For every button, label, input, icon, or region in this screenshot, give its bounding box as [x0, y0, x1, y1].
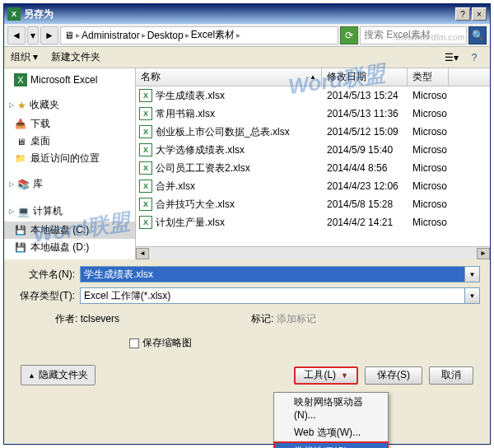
search-input[interactable]: 搜索 Excel素材 — [360, 26, 467, 44]
breadcrumb[interactable]: 🖥▸ Administrator▸ Desktop▸ Excel素材▸ — [60, 26, 338, 44]
search-go-button[interactable]: 🔍 — [468, 26, 487, 44]
save-as-dialog: X 另存为 ? × ◄ ▾ ► 🖥▸ Administrator▸ Deskto… — [3, 3, 491, 445]
view-button[interactable]: ☰▾ — [442, 49, 460, 66]
sidebar-computer[interactable]: ▷💻计算机 — [4, 201, 135, 222]
file-row[interactable]: X公司员工工资表2.xlsx2014/4/4 8:56Microso — [136, 159, 490, 177]
thumbnail-checkbox[interactable]: 保存缩略图 — [14, 336, 480, 350]
excel-file-icon: X — [139, 161, 152, 175]
file-row[interactable]: X学生成绩表.xlsx2014/5/13 15:24Microso — [136, 86, 490, 105]
file-row[interactable]: X合并.xlsx2014/4/23 12:06Microso — [136, 177, 490, 195]
breadcrumb-item[interactable]: Desktop — [147, 30, 184, 41]
cancel-button[interactable]: 取消 — [429, 366, 473, 385]
excel-file-icon: X — [139, 198, 152, 211]
file-row[interactable]: X常用书籍.xlsx2014/5/13 11:36Microso — [136, 105, 490, 123]
author-field: 作者: tclsevers — [55, 312, 119, 326]
hide-folders-button[interactable]: ▲隐藏文件夹 — [21, 365, 96, 385]
help-button[interactable]: ? — [455, 7, 470, 21]
file-list-area: 名称▲ 修改日期 类型 X学生成绩表.xlsx2014/5/13 15:24Mi… — [136, 68, 490, 259]
breadcrumb-item[interactable]: Administrator — [82, 30, 140, 41]
forward-button[interactable]: ► — [40, 26, 58, 44]
sidebar-favorites[interactable]: ▷★收藏夹 — [4, 95, 135, 115]
menu-map-drive[interactable]: 映射网络驱动器(N)... — [274, 393, 388, 423]
menu-general-options[interactable]: 常规选项(G)... — [274, 442, 388, 448]
refresh-button[interactable]: ⟳ — [340, 26, 358, 44]
h-scrollbar[interactable]: ◄► — [136, 246, 490, 259]
back-history-button[interactable]: ▾ — [27, 26, 39, 44]
computer-icon: 🖥 — [64, 30, 74, 41]
filetype-label: 保存类型(T): — [14, 289, 80, 303]
col-name[interactable]: 名称▲ — [136, 68, 322, 86]
organize-button[interactable]: 组织 ▾ — [11, 50, 38, 64]
sidebar-item-desktop[interactable]: 🖥桌面 — [4, 133, 135, 150]
tag-field[interactable]: 标记: 添加标记 — [251, 312, 316, 326]
sidebar: XMicrosoft Excel ▷★收藏夹 📥下载 🖥桌面 📁最近访问的位置 … — [4, 68, 136, 259]
sidebar-item-drive-c[interactable]: 💾本地磁盘 (C:) — [4, 222, 135, 239]
file-list[interactable]: X学生成绩表.xlsx2014/5/13 15:24MicrosoX常用书籍.x… — [136, 86, 490, 246]
col-date[interactable]: 修改日期 — [322, 68, 408, 86]
file-row[interactable]: X合并技巧大全.xlsx2014/5/8 15:28Microso — [136, 195, 490, 213]
tools-button[interactable]: 工具(L)▼ — [294, 366, 358, 385]
excel-app-icon: X — [7, 7, 21, 21]
excel-file-icon: X — [139, 107, 152, 120]
save-button[interactable]: 保存(S) — [365, 366, 422, 385]
excel-file-icon: X — [139, 216, 152, 229]
menu-web-options[interactable]: Web 选项(W)... — [274, 423, 388, 442]
bottom-panel: 文件名(N): 学生成绩表.xlsx ▼ 保存类型(T): Excel 工作簿(… — [4, 259, 490, 392]
close-button[interactable]: × — [472, 7, 487, 21]
new-folder-button[interactable]: 新建文件夹 — [51, 50, 100, 64]
filename-input[interactable]: 学生成绩表.xlsx — [80, 266, 465, 282]
sidebar-libraries[interactable]: ▷📚库 — [4, 174, 135, 194]
checkbox-icon — [129, 338, 139, 348]
back-button[interactable]: ◄ — [7, 26, 26, 44]
sidebar-item-excel[interactable]: XMicrosoft Excel — [4, 72, 135, 88]
tools-menu: 映射网络驱动器(N)... Web 选项(W)... 常规选项(G)... 压缩… — [273, 392, 389, 448]
excel-file-icon: X — [139, 125, 152, 138]
file-row[interactable]: X大学选修成绩表.xlsx2014/5/9 15:40Microso — [136, 141, 490, 159]
sidebar-item-downloads[interactable]: 📥下载 — [4, 115, 135, 133]
window-title: 另存为 — [24, 7, 454, 21]
col-type[interactable]: 类型 — [408, 68, 449, 86]
sidebar-item-drive-d[interactable]: 💾本地磁盘 (D:) — [4, 239, 135, 256]
file-row[interactable]: X创业板上市公司数据_总表.xlsx2014/5/12 15:09Microso — [136, 123, 490, 141]
file-row[interactable]: X计划生产量.xlsx2014/4/2 14:21Microso — [136, 213, 490, 231]
excel-file-icon: X — [139, 180, 152, 193]
help-icon[interactable]: ? — [465, 49, 483, 66]
titlebar: X 另存为 ? × — [4, 4, 490, 24]
excel-file-icon: X — [139, 143, 152, 156]
nav-bar: ◄ ▾ ► 🖥▸ Administrator▸ Desktop▸ Excel素材… — [4, 24, 490, 47]
breadcrumb-item[interactable]: Excel素材 — [191, 28, 235, 42]
filetype-dropdown[interactable]: ▼ — [465, 287, 480, 304]
toolbar: 组织 ▾ 新建文件夹 ☰▾ ? — [4, 47, 490, 68]
sidebar-item-recent[interactable]: 📁最近访问的位置 — [4, 150, 135, 167]
filename-label: 文件名(N): — [14, 268, 80, 282]
excel-file-icon: X — [139, 89, 152, 102]
filetype-select[interactable]: Excel 工作簿(*.xlsx) — [80, 287, 465, 304]
file-header: 名称▲ 修改日期 类型 — [136, 68, 490, 86]
filename-dropdown[interactable]: ▼ — [465, 266, 480, 282]
